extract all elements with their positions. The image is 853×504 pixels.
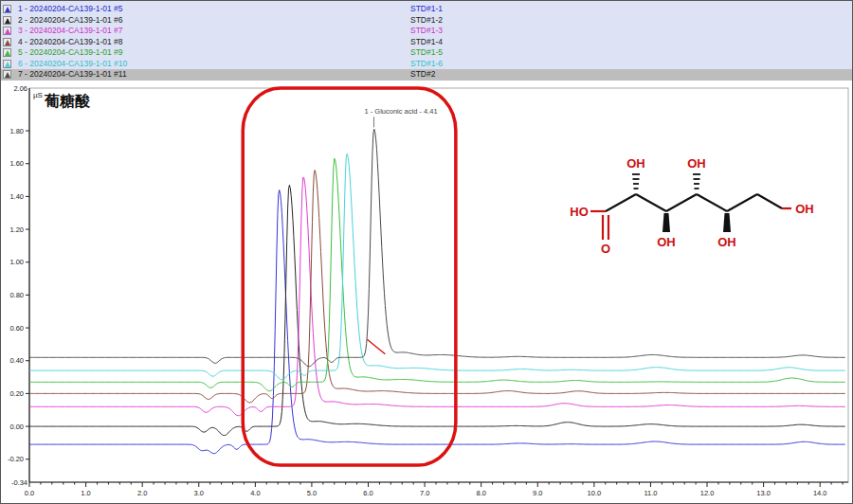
x-tick-labels: 0.01.02.03.04.05.06.07.08.09.010.011.012… — [25, 482, 843, 497]
chromatography-window: 1 - 20240204-CA139-1-01 #5STD#1-12 - 202… — [0, 0, 853, 504]
svg-text:4.0: 4.0 — [250, 489, 260, 497]
legend-row[interactable]: 3 - 20240204-CA139-1-01 #7STD#1-3 — [1, 26, 852, 37]
trace-icon — [3, 16, 11, 25]
chart-title-cn: 葡糖酸 — [45, 92, 90, 112]
legend-row[interactable]: 1 - 20240204-CA139-1-01 #5STD#1-1 — [1, 4, 852, 15]
svg-text:5.0: 5.0 — [307, 489, 317, 497]
sample-name: 7 - 20240204-CA139-1-01 #11 — [18, 69, 410, 81]
svg-text:0.80: 0.80 — [9, 291, 24, 299]
oh-c5-label: OH — [717, 235, 736, 249]
y-axis-unit: µS — [33, 91, 43, 99]
svg-text:1.20: 1.20 — [9, 225, 24, 234]
svg-text:9.0: 9.0 — [533, 489, 542, 497]
standard-name: STD#2 — [410, 69, 852, 81]
peak-label: 1 - Gluconic acid - 4.41 — [364, 107, 437, 116]
svg-text:0.20: 0.20 — [9, 389, 24, 398]
oh-c3-label: OH — [657, 235, 676, 249]
sample-name: 4 - 20240204-CA139-1-01 #8 — [18, 37, 410, 48]
sample-name: 2 - 20240204-CA139-1-01 #6 — [18, 15, 410, 27]
sample-name: 6 - 20240204-CA139-1-01 #10 — [18, 59, 410, 70]
standard-name: STD#1-2 — [410, 15, 852, 27]
svg-text:1.00: 1.00 — [9, 258, 24, 266]
y-tick-labels: -0.200.000.200.400.600.801.001.201.401.6… — [8, 84, 29, 487]
svg-text:12.0: 12.0 — [700, 489, 715, 497]
svg-text:1.60: 1.60 — [9, 159, 24, 168]
svg-text:0.00: 0.00 — [9, 423, 24, 431]
sample-name: 1 - 20240204-CA139-1-01 #5 — [18, 4, 410, 15]
svg-text:1.40: 1.40 — [9, 192, 24, 201]
trace-icon — [3, 38, 11, 46]
standard-name: STD#1-1 — [410, 4, 852, 15]
chromatogram-svg: -0.200.000.200.400.600.801.001.201.401.6… — [1, 81, 853, 504]
svg-text:3.0: 3.0 — [194, 489, 204, 497]
svg-text:0.40: 0.40 — [9, 356, 24, 365]
svg-text:1.0: 1.0 — [81, 489, 90, 497]
svg-text:2.0: 2.0 — [137, 489, 147, 497]
oh-end-label: OH — [795, 202, 814, 216]
trace-icon — [3, 70, 11, 79]
svg-text:-0.34: -0.34 — [11, 478, 27, 487]
svg-text:8.0: 8.0 — [476, 489, 485, 497]
svg-text:0.0: 0.0 — [25, 489, 34, 497]
chart-area: -0.200.000.200.400.600.801.001.201.401.6… — [1, 81, 853, 504]
legend-row[interactable]: 6 - 20240204-CA139-1-01 #10STD#1-6 — [1, 59, 852, 70]
trace-icon — [3, 48, 11, 57]
molecule-gluconic-acid-icon: HO O OH OH OH OH OH — [558, 153, 828, 271]
standard-name: STD#1-5 — [410, 47, 852, 59]
legend-row[interactable]: 7 - 20240204-CA139-1-01 #11STD#2 — [1, 69, 852, 81]
svg-text:14.0: 14.0 — [813, 489, 827, 497]
legend-row[interactable]: 4 - 20240204-CA139-1-01 #8STD#1-4 — [1, 37, 852, 48]
sample-list: 1 - 20240204-CA139-1-01 #5STD#1-12 - 202… — [1, 1, 852, 81]
oh-c2-label: OH — [626, 156, 645, 171]
svg-text:2.06: 2.06 — [13, 84, 27, 93]
svg-text:7.0: 7.0 — [420, 489, 429, 497]
plot-box — [29, 88, 848, 482]
trace-icon — [3, 27, 11, 35]
svg-text:1.80: 1.80 — [9, 127, 24, 135]
svg-text:0.60: 0.60 — [9, 324, 24, 333]
carbonyl-o-label: O — [601, 242, 610, 256]
svg-text:11.0: 11.0 — [644, 489, 657, 497]
legend-row[interactable]: 2 - 20240204-CA139-1-01 #6STD#1-2 — [1, 15, 852, 27]
sample-name: 5 - 20240204-CA139-1-01 #9 — [18, 47, 410, 59]
sample-name: 3 - 20240204-CA139-1-01 #7 — [18, 26, 410, 37]
standard-name: STD#1-6 — [410, 59, 852, 70]
svg-text:-0.20: -0.20 — [8, 455, 24, 463]
legend-row[interactable]: 5 - 20240204-CA139-1-01 #9STD#1-5 — [1, 47, 852, 59]
oh-c4-label: OH — [687, 156, 706, 171]
standard-name: STD#1-4 — [410, 37, 852, 48]
standard-name: STD#1-3 — [410, 26, 852, 37]
trace-icon — [3, 60, 11, 68]
trace-icon — [3, 5, 11, 13]
svg-text:6.0: 6.0 — [363, 489, 372, 497]
svg-text:13.0: 13.0 — [756, 489, 771, 497]
ho-label: HO — [570, 205, 589, 219]
svg-text:10.0: 10.0 — [588, 489, 602, 497]
